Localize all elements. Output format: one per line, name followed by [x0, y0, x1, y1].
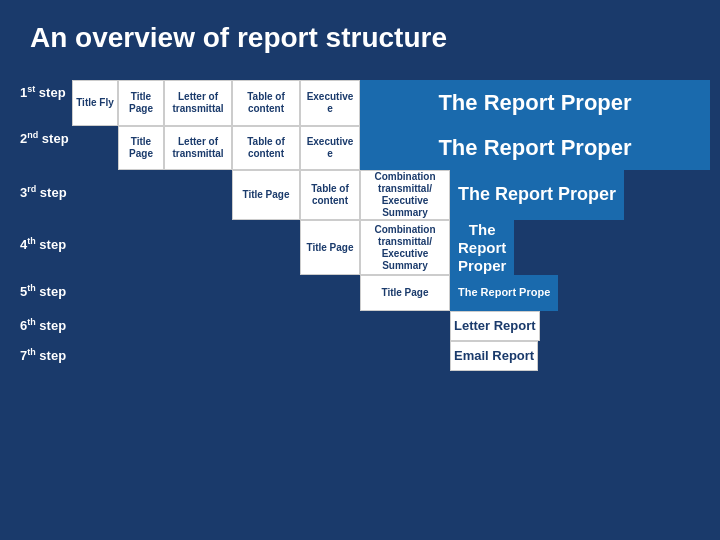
- step-label-3: 3rd step: [20, 170, 72, 200]
- cells-2: Title Page Letter of transmittal Table o…: [72, 126, 710, 170]
- cells-1: Title Fly Title Page Letter of transmitt…: [72, 80, 710, 126]
- cell-executive-1: Executive e: [300, 80, 360, 126]
- step-label-1: 1st step: [20, 80, 72, 100]
- cell-executive-2: Executive e: [300, 126, 360, 170]
- step-row-2: 2nd step Title Page Letter of transmitta…: [20, 126, 710, 170]
- cells-7: Email Report: [72, 341, 538, 371]
- cell-combination-3: Combination transmittal/ Executive Summa…: [360, 170, 450, 220]
- cells-4: Title Page Combination transmittal/ Exec…: [72, 220, 514, 275]
- report-proper-3: The Report Proper: [450, 170, 624, 220]
- cell-table-content-3: Table of content: [300, 170, 360, 220]
- report-proper-2: The Report Proper: [360, 126, 710, 170]
- cell-letter-transmittal-1: Letter of transmittal: [164, 80, 232, 126]
- cell-title-page-5: Title Page: [360, 275, 450, 311]
- cell-letter-transmittal-2: Letter of transmittal: [164, 126, 232, 170]
- step-row-6: 6th step Letter Report: [20, 311, 540, 341]
- step-row-3: 3rd step Title Page Table of content Com…: [20, 170, 624, 220]
- main-area: 1st step Title Fly Title Page Letter of …: [20, 80, 710, 530]
- cells-6: Letter Report: [72, 311, 540, 341]
- cell-title-page-3: Title Page: [232, 170, 300, 220]
- step-row-5: 5th step Title Page The Report Prope: [20, 275, 558, 311]
- step-row-1: 1st step Title Fly Title Page Letter of …: [20, 80, 710, 126]
- cell-title-page-2: Title Page: [118, 126, 164, 170]
- step-label-2: 2nd step: [20, 126, 72, 146]
- step-row-7: 7th step Email Report: [20, 341, 538, 371]
- step-label-5: 5th step: [20, 275, 72, 299]
- step-row-4: 4th step Title Page Combination transmit…: [20, 220, 514, 275]
- cells-3: Title Page Table of content Combination …: [72, 170, 624, 220]
- cell-email-report-7: Email Report: [450, 341, 538, 371]
- cell-title-fly-1: Title Fly: [72, 80, 118, 126]
- report-proper-4: TheReportProper: [450, 220, 514, 275]
- cell-table-content-1: Table of content: [232, 80, 300, 126]
- cell-combination-4: Combination transmittal/ Executive Summa…: [360, 220, 450, 275]
- step-label-7: 7th step: [20, 341, 72, 363]
- cells-5: Title Page The Report Prope: [72, 275, 558, 311]
- step-label-6: 6th step: [20, 311, 72, 333]
- cell-title-page-4: Title Page: [300, 220, 360, 275]
- cell-table-content-2: Table of content: [232, 126, 300, 170]
- cell-letter-report-6: Letter Report: [450, 311, 540, 341]
- report-proper-5: The Report Prope: [450, 275, 558, 311]
- page-title: An overview of report structure: [0, 0, 720, 64]
- step-label-4: 4th step: [20, 220, 72, 252]
- cell-title-page-1: Title Page: [118, 80, 164, 126]
- report-proper-1: The Report Proper: [360, 80, 710, 126]
